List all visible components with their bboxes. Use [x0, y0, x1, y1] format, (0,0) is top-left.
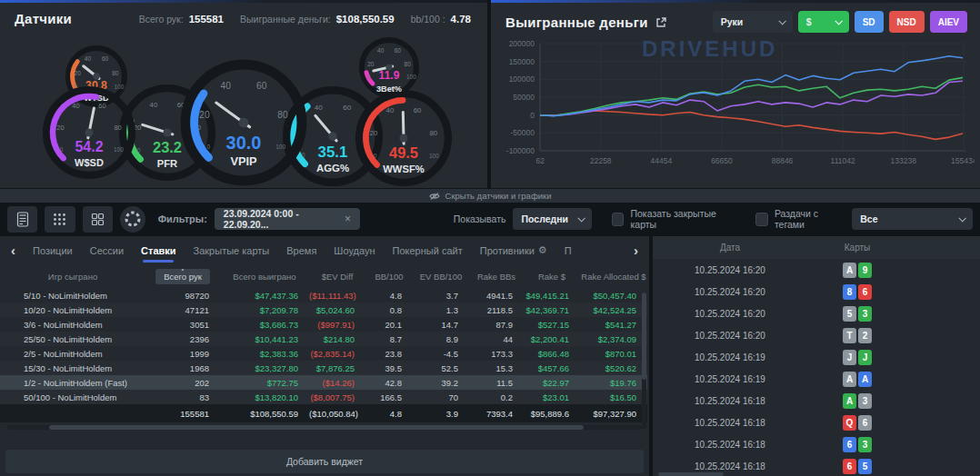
toggle-button-nsd[interactable]: NSD — [889, 11, 925, 33]
hand-row[interactable]: 10.25.2024 16:1863 — [653, 433, 980, 455]
column-header[interactable]: Rake $ — [524, 264, 580, 288]
grid-view-button[interactable] — [45, 206, 75, 233]
tab-label: Шоудаун — [334, 245, 375, 256]
cell: 3/6 - NoLimitHoldem — [0, 317, 145, 332]
svg-text:111042: 111042 — [831, 156, 855, 165]
svg-text:23.2: 23.2 — [153, 139, 182, 155]
currency-select[interactable]: $ — [798, 11, 849, 33]
close-icon[interactable]: × — [345, 213, 351, 225]
winnings-header: Выигранные деньги Руки $ SDNSDAIEV — [491, 3, 980, 33]
scrollbar-thumb[interactable] — [642, 293, 646, 380]
table-row[interactable]: 3/6 - NoLimitHoldem3051$3,686.73($997.91… — [0, 317, 647, 332]
tab-label: Позиции — [33, 245, 73, 256]
svg-text:-100000: -100000 — [506, 146, 535, 155]
tab-Противники[interactable]: Противники⚙ — [480, 244, 547, 256]
cell: $23,327.80 — [220, 361, 309, 375]
hand-row[interactable]: 10.25.2024 16:19AA — [653, 368, 980, 390]
tab-Покерный сайт[interactable]: Покерный сайт — [393, 245, 463, 256]
tab-label: П — [565, 245, 572, 256]
gear-icon[interactable]: ⚙ — [538, 244, 547, 256]
horizontal-scrollbar[interactable] — [7, 425, 642, 430]
sort-indicator: • — [182, 265, 185, 273]
mode-select[interactable]: Руки — [713, 11, 793, 33]
hand-date: 10.25.2024 16:18 — [653, 396, 807, 406]
svg-text:100: 100 — [114, 146, 124, 153]
hand-date: 10.25.2024 16:19 — [653, 374, 807, 384]
hand-row[interactable]: 10.25.2024 16:2053 — [653, 302, 980, 324]
scroll-left-icon[interactable]: ‹ — [11, 243, 15, 258]
total-row: 155581$108,550.59($10,050.84)4.83.97393.… — [0, 404, 647, 422]
column-header[interactable]: $EV Diff — [309, 264, 365, 288]
hand-row[interactable]: 10.25.2024 16:18A3 — [653, 390, 980, 412]
cell: $520.62 — [580, 361, 647, 375]
table-row[interactable]: 10/20 - NoLimitHoldem47121$7,209.78$5,02… — [0, 302, 647, 317]
cell: $772.75 — [220, 375, 309, 390]
tab-Шоудаун[interactable]: Шоудаун — [334, 245, 375, 256]
table-row[interactable]: 1/2 - NoLimitHoldem (Fast)202$772.75($14… — [0, 375, 647, 390]
tagged-hands-checkbox[interactable] — [755, 213, 768, 226]
show-select-value: Последни — [521, 213, 568, 224]
toggle-button-aiev[interactable]: AIEV — [930, 11, 967, 33]
date-filter-chip[interactable]: 23.09.2024 0:00 - 22.09.20... × — [215, 208, 360, 230]
scrollbar-thumb[interactable] — [49, 425, 584, 430]
card-badge-diamond: 8 — [843, 284, 856, 300]
svg-text:-50000: -50000 — [511, 128, 535, 137]
table-row[interactable]: 2/5 - NoLimitHoldem1999$2,383.36($2,835.… — [0, 346, 647, 361]
gauges-canvas: 2040608030.80100WTSD2040608023.20100PFR2… — [0, 5, 487, 188]
tab-Ставки[interactable]: Ставки — [141, 245, 175, 256]
tab-Закрытые карты[interactable]: Закрытые карты — [194, 245, 270, 256]
svg-text:0: 0 — [60, 146, 64, 153]
table-row[interactable]: 15/30 - NoLimitHoldem1968$23,327.80$7,87… — [0, 361, 647, 375]
vertical-scrollbar[interactable] — [642, 293, 646, 429]
calculator-icon — [16, 212, 29, 227]
scroll-right-icon[interactable]: › — [634, 243, 638, 258]
hole-cards: A3 — [807, 393, 907, 409]
layout-view-button[interactable] — [83, 206, 113, 233]
column-header[interactable]: Rake BBs — [469, 264, 524, 288]
table-row[interactable]: 5/10 - NoLimitHoldem98720$47,437.36($11,… — [0, 288, 647, 302]
hand-row[interactable]: 10.25.2024 16:20A9 — [653, 259, 980, 281]
tab-П[interactable]: П — [565, 245, 572, 256]
hole-cards: 53 — [807, 306, 907, 322]
show-select[interactable]: Последни — [513, 208, 591, 230]
svg-text:54.2: 54.2 — [75, 139, 103, 154]
column-header[interactable]: EV BB/100 — [413, 264, 469, 288]
svg-text:3Bet%: 3Bet% — [376, 84, 402, 94]
svg-text:150000: 150000 — [509, 57, 535, 66]
svg-text:0: 0 — [137, 147, 141, 154]
svg-text:60: 60 — [414, 106, 422, 114]
tab-Время[interactable]: Время — [286, 245, 316, 256]
external-link-icon[interactable] — [655, 16, 667, 28]
hand-row[interactable]: 10.25.2024 16:18Q6 — [653, 412, 980, 433]
tags-select[interactable]: Все — [852, 208, 973, 230]
column-header[interactable]: •Всего рук — [145, 264, 220, 288]
hands-scrollbar-thumb[interactable] — [658, 472, 724, 476]
hide-gauges-bar[interactable]: Скрыть датчики и графики — [0, 189, 980, 203]
hide-gauges-label: Скрыть датчики и графики — [445, 191, 552, 201]
cell: 83 — [145, 390, 220, 404]
column-header[interactable]: Rake Allocated $ — [580, 264, 647, 288]
column-header[interactable]: Игр сыграно — [0, 264, 145, 288]
add-widget-button[interactable]: Добавить виджет — [5, 450, 644, 473]
column-header[interactable]: BB/100 — [365, 264, 413, 288]
closed-cards-checkbox[interactable] — [612, 213, 625, 226]
hand-row[interactable]: 10.25.2024 16:19JJ — [653, 346, 980, 368]
table-row[interactable]: 25/50 - NoLimitHoldem2396$10,441.23$214.… — [0, 332, 647, 346]
cell: 42.8 — [365, 375, 413, 390]
calculator-button[interactable] — [7, 206, 37, 233]
hand-row[interactable]: 10.25.2024 16:2086 — [653, 281, 980, 302]
add-widget-label: Добавить виджет — [286, 456, 363, 467]
cell: 23.8 — [365, 346, 413, 361]
cell: $50,457.40 — [580, 288, 647, 302]
table-row[interactable]: 50/100 - NoLimitHoldem83$13,820.10($8,00… — [0, 390, 647, 404]
svg-text:100: 100 — [429, 153, 439, 159]
hand-date: 10.25.2024 16:20 — [653, 309, 807, 319]
column-header[interactable]: Всего выиграно — [220, 264, 309, 288]
winnings-title: Выигранные деньги — [505, 15, 648, 30]
tab-Сессии[interactable]: Сессии — [90, 245, 124, 256]
poker-chip-button[interactable] — [120, 206, 145, 233]
cell: 39.5 — [365, 361, 413, 375]
toggle-button-sd[interactable]: SD — [855, 11, 884, 33]
tab-Позиции[interactable]: Позиции — [33, 245, 73, 256]
hand-row[interactable]: 10.25.2024 16:20T2 — [653, 324, 980, 346]
